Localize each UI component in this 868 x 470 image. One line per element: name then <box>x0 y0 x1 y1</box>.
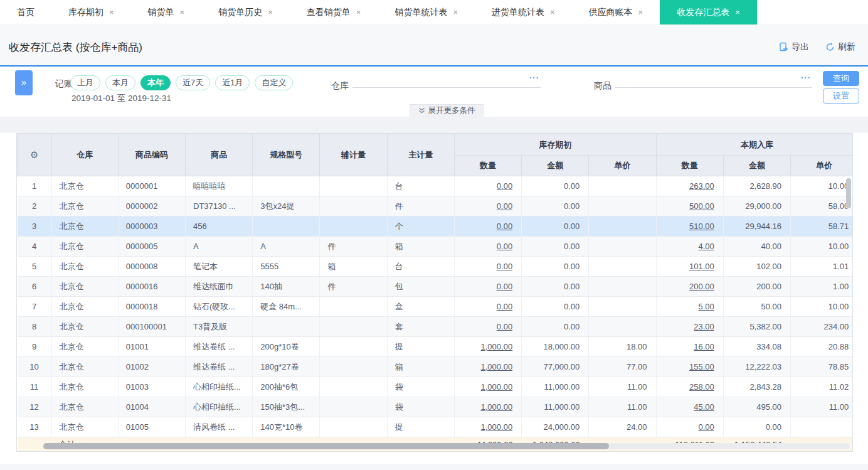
quantity-link[interactable]: 0.00 <box>497 282 512 291</box>
refresh-button[interactable]: 刷新 <box>825 41 855 53</box>
cell-name: 钻石(硬玫... <box>186 297 253 317</box>
table-row[interactable]: 10北京仓01002维达卷纸 ...180g*27卷箱1,000.0077,00… <box>18 357 854 377</box>
date-range-value[interactable]: 2019-01-01 至 2019-12-31 <box>71 93 171 104</box>
table-row[interactable]: 11北京仓01003心相印抽纸...200抽*6包袋1,000.0011,000… <box>18 377 854 397</box>
table-row[interactable]: 12北京仓01004心相印抽纸...150抽*3包...袋1,000.0011,… <box>18 397 854 417</box>
cell-open_qty: 0.00 <box>454 317 521 337</box>
column-header-规格型号[interactable]: 规格型号 <box>253 134 320 176</box>
table-row[interactable]: 8北京仓000100001T3普及版套0.000.0023.005,382.00… <box>18 317 854 337</box>
table-row[interactable]: 7北京仓0000018钻石(硬玫...硬盒 84m...盒0.000.005.0… <box>18 297 854 317</box>
date-preset-近7天[interactable]: 近7天 <box>176 75 210 90</box>
quantity-link[interactable]: 0.00 <box>497 222 512 231</box>
settings-button[interactable]: 设置 <box>823 88 859 104</box>
quantity-link[interactable]: 263.00 <box>689 181 714 191</box>
column-subheader-单价[interactable]: 单价 <box>791 156 853 176</box>
column-settings-header[interactable]: ⚙ <box>18 134 52 176</box>
horizontal-scrollbar-thumb[interactable] <box>43 443 609 449</box>
tab-库存期初[interactable]: 库存期初× <box>51 0 131 24</box>
column-subheader-金额[interactable]: 金额 <box>723 156 790 176</box>
quantity-link[interactable]: 258.00 <box>689 382 714 392</box>
tab-close-icon[interactable]: × <box>550 8 555 17</box>
column-subheader-单价[interactable]: 单价 <box>589 156 656 176</box>
tab-label: 销货单历史 <box>218 7 262 18</box>
column-subheader-数量[interactable]: 数量 <box>656 156 723 176</box>
column-header-辅计量[interactable]: 辅计量 <box>320 134 387 176</box>
table-row[interactable]: 9北京仓01001维达卷纸 ...200g*10卷提1,000.0018,000… <box>18 337 854 357</box>
quantity-link[interactable]: 45.00 <box>694 402 714 412</box>
quantity-link[interactable]: 23.00 <box>694 322 714 331</box>
warehouse-more-icon[interactable]: ··· <box>529 73 539 82</box>
date-preset-本月[interactable]: 本月 <box>105 75 135 90</box>
quantity-link[interactable]: 0.00 <box>699 422 714 432</box>
tab-销货单统计表[interactable]: 销货单统计表× <box>378 0 475 24</box>
quantity-link[interactable]: 500.00 <box>689 201 714 211</box>
cell-idx: 8 <box>18 317 52 337</box>
export-button[interactable]: 导出 <box>779 41 809 53</box>
quantity-link[interactable]: 0.00 <box>497 242 512 251</box>
product-more-icon[interactable]: ··· <box>801 73 811 82</box>
collapse-panel-button[interactable]: » <box>15 70 33 95</box>
tab-收发存汇总表[interactable]: 收发存汇总表× <box>660 0 757 24</box>
column-header-商品编码[interactable]: 商品编码 <box>118 134 185 176</box>
table-row[interactable]: 6北京仓0000016维达纸面巾140抽件包0.000.00200.00200.… <box>18 277 854 297</box>
gear-icon[interactable]: ⚙ <box>30 149 38 160</box>
quantity-link[interactable]: 16.00 <box>694 342 714 351</box>
cell-in_price: 10.00 <box>791 297 853 317</box>
warehouse-input[interactable]: ··· <box>352 72 541 88</box>
tab-close-icon[interactable]: × <box>453 8 458 17</box>
product-input[interactable]: ··· <box>615 72 812 88</box>
tab-close-icon[interactable]: × <box>735 8 740 17</box>
quantity-link[interactable]: 5.00 <box>699 302 714 311</box>
horizontal-scrollbar[interactable] <box>43 443 850 449</box>
quantity-link[interactable]: 0.00 <box>497 302 512 311</box>
quantity-link[interactable]: 1,000.00 <box>481 382 513 392</box>
quantity-link[interactable]: 1,000.00 <box>481 402 513 412</box>
tab-close-icon[interactable]: × <box>638 8 643 17</box>
table-row[interactable]: 2北京仓0000002DT37130 ...3包x24提件0.000.00500… <box>18 196 854 216</box>
table-row[interactable]: 5北京仓0000008笔记本5555箱台0.000.00101.00102.00… <box>18 257 854 277</box>
cell-unit: 个 <box>387 216 454 237</box>
tab-进货单统计表[interactable]: 进货单统计表× <box>475 0 572 24</box>
table-row[interactable]: 1北京仓0000001嘻嘻嘻嘻台0.000.00263.002,628.9010… <box>18 176 854 196</box>
cell-idx: 3 <box>18 216 52 237</box>
quantity-link[interactable]: 510.00 <box>689 222 714 231</box>
vertical-scrollbar-thumb[interactable] <box>846 178 851 208</box>
date-preset-近1月[interactable]: 近1月 <box>215 75 250 90</box>
column-header-仓库[interactable]: 仓库 <box>51 134 118 176</box>
tab-查看销货单[interactable]: 查看销货单× <box>290 0 378 24</box>
quantity-link[interactable]: 101.00 <box>689 262 714 271</box>
tab-close-icon[interactable]: × <box>180 8 185 17</box>
quantity-link[interactable]: 1,000.00 <box>481 362 513 371</box>
cell-in_qty: 155.00 <box>656 357 723 377</box>
date-preset-本年[interactable]: 本年 <box>140 75 171 90</box>
quantity-link[interactable]: 200.00 <box>689 282 714 291</box>
table-row[interactable]: 4北京仓0000005AA件箱0.000.004.0040.0010.004.0 <box>18 237 854 257</box>
column-header-主计量[interactable]: 主计量 <box>387 134 454 176</box>
tab-供应商账本[interactable]: 供应商账本× <box>572 0 660 24</box>
date-preset-上月[interactable]: 上月 <box>70 75 100 90</box>
query-button[interactable]: 查询 <box>823 71 859 86</box>
cell-in_qty: 16.00 <box>656 337 723 357</box>
quantity-link[interactable]: 0.00 <box>497 181 512 191</box>
column-subheader-金额[interactable]: 金额 <box>522 156 589 176</box>
tab-close-icon[interactable]: × <box>356 8 361 17</box>
quantity-link[interactable]: 0.00 <box>497 262 512 271</box>
cell-warehouse: 北京仓 <box>51 297 118 317</box>
column-header-商品[interactable]: 商品 <box>186 134 253 176</box>
column-subheader-数量[interactable]: 数量 <box>454 156 521 176</box>
tab-close-icon[interactable]: × <box>109 8 114 17</box>
quantity-link[interactable]: 0.00 <box>497 322 512 331</box>
table-row[interactable]: 13北京仓01005清风卷纸 ...140克*10卷提1,000.0024,00… <box>18 417 854 437</box>
date-preset-自定义[interactable]: 自定义 <box>255 75 293 90</box>
quantity-link[interactable]: 1,000.00 <box>481 342 513 351</box>
quantity-link[interactable]: 1,000.00 <box>481 422 513 432</box>
quantity-link[interactable]: 155.00 <box>689 362 714 371</box>
table-row[interactable]: 3北京仓0000003456个0.000.00510.0029,944.1658… <box>18 216 854 237</box>
tab-close-icon[interactable]: × <box>268 8 273 17</box>
quantity-link[interactable]: 0.00 <box>497 201 512 211</box>
quantity-link[interactable]: 4.00 <box>699 242 714 251</box>
tab-销货单历史[interactable]: 销货单历史× <box>201 0 290 24</box>
tab-首页[interactable]: 首页 <box>0 0 51 24</box>
expand-more-conditions-button[interactable]: 展开更多条件 <box>410 104 484 117</box>
tab-销货单[interactable]: 销货单× <box>131 0 202 24</box>
